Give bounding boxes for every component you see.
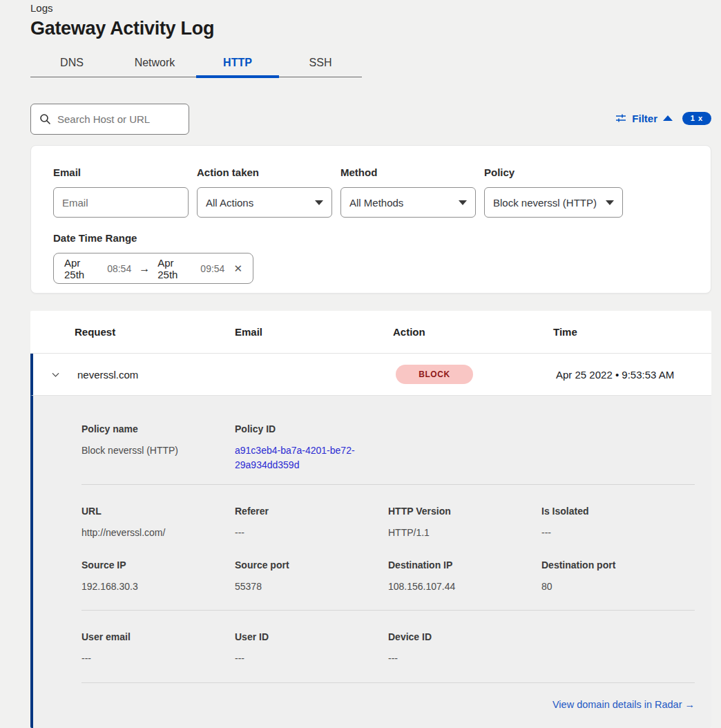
user-email-value: ---	[81, 651, 235, 666]
chevron-down-icon	[315, 200, 323, 205]
method-value: All Methods	[349, 197, 403, 209]
row-time: Apr 25 2022 • 9:53:53 AM	[556, 369, 711, 381]
email-input[interactable]	[62, 197, 180, 209]
section-divider	[81, 484, 695, 485]
row-request: neverssl.com	[77, 369, 238, 381]
source-port-label: Source port	[235, 559, 388, 571]
destination-ip-value: 108.156.107.44	[388, 579, 541, 594]
referer-label: Referer	[235, 506, 388, 517]
filter-count-badge[interactable]: 1 x	[682, 112, 711, 125]
action-block-badge: BLOCK	[396, 365, 473, 384]
user-email-label: User email	[81, 631, 235, 642]
filter-toggle[interactable]: Filter 1 x	[615, 110, 711, 126]
header-action: Action	[393, 326, 553, 338]
destination-port-field: Destination port 80	[541, 559, 695, 594]
destination-port-label: Destination port	[541, 559, 695, 571]
action-taken-label: Action taken	[197, 166, 332, 178]
source-port-value: 55378	[235, 579, 388, 594]
source-ip-label: Source IP	[81, 559, 235, 571]
user-id-value: ---	[235, 651, 388, 666]
email-label: Email	[53, 166, 189, 178]
activity-log-table: Request Email Action Time neverssl.com B…	[30, 311, 711, 728]
user-id-label: User ID	[235, 631, 388, 642]
source-port-field: Source port 55378	[235, 559, 388, 594]
start-date: Apr 25th	[64, 257, 99, 280]
row-expand-chevron-icon[interactable]	[33, 370, 77, 380]
end-date: Apr 25th	[157, 257, 193, 280]
http-version-field: HTTP Version HTTP/1.1	[388, 506, 541, 540]
policy-id-link[interactable]: a91c3eb4-ba7a-4201-be72-29a934dd359d	[235, 443, 369, 472]
http-version-label: HTTP Version	[388, 506, 541, 517]
table-header-row: Request Email Action Time	[30, 311, 711, 354]
breadcrumb-logs[interactable]: Logs	[30, 2, 53, 14]
device-id-field: Device ID ---	[388, 631, 541, 666]
user-id-field: User ID ---	[235, 631, 388, 666]
http-version-value: HTTP/1.1	[388, 526, 541, 540]
is-isolated-value: ---	[541, 526, 695, 540]
policy-select[interactable]: Block neverssl (HTTP)	[484, 187, 623, 218]
chevron-down-icon	[459, 200, 467, 205]
policy-name-label: Policy name	[81, 423, 235, 434]
date-range-filter: Date Time Range Apr 25th 08:54 → Apr 25t…	[53, 232, 689, 284]
policy-filter: Policy Block neverssl (HTTP)	[484, 166, 623, 218]
policy-value: Block neverssl (HTTP)	[493, 197, 597, 209]
header-time: Time	[553, 326, 711, 338]
policy-name-value: Block neverssl (HTTP)	[81, 443, 235, 458]
search-icon	[39, 113, 51, 125]
method-label: Method	[340, 166, 476, 178]
device-id-label: Device ID	[388, 631, 541, 642]
row-details-panel: Policy name Block neverssl (HTTP) Policy…	[30, 396, 711, 728]
header-request: Request	[75, 326, 235, 338]
source-ip-value: 192.168.30.3	[81, 579, 235, 594]
policy-name-field: Policy name Block neverssl (HTTP)	[81, 423, 235, 472]
page-title: Gateway Activity Log	[30, 18, 214, 39]
action-taken-filter: Action taken All Actions	[197, 166, 332, 218]
referer-field: Referer ---	[235, 506, 388, 540]
tab-bar: DNS Network HTTP SSH	[30, 51, 362, 77]
action-taken-select[interactable]: All Actions	[197, 187, 332, 218]
date-range-label: Date Time Range	[53, 232, 689, 244]
search-box[interactable]	[30, 104, 189, 135]
destination-ip-label: Destination IP	[388, 559, 541, 571]
collapse-caret-icon	[663, 115, 673, 121]
date-range-picker[interactable]: Apr 25th 08:54 → Apr 25th 09:54 ✕	[53, 253, 253, 284]
table-row[interactable]: neverssl.com BLOCK Apr 25 2022 • 9:53:53…	[30, 354, 711, 396]
header-email: Email	[235, 326, 393, 338]
source-ip-field: Source IP 192.168.30.3	[81, 559, 235, 594]
url-label: URL	[81, 506, 235, 517]
tab-ssh[interactable]: SSH	[279, 51, 362, 77]
active-tab-indicator	[196, 75, 279, 78]
device-id-value: ---	[388, 651, 541, 666]
section-divider	[81, 682, 695, 683]
clear-date-range-icon[interactable]: ✕	[233, 262, 242, 275]
user-email-field: User email ---	[81, 631, 235, 666]
end-time: 09:54	[200, 263, 224, 274]
chevron-down-icon	[606, 200, 614, 205]
radar-link[interactable]: View domain details in Radar →	[552, 699, 695, 710]
destination-port-value: 80	[541, 579, 695, 594]
email-field[interactable]	[53, 187, 189, 218]
tab-network[interactable]: Network	[113, 51, 196, 77]
action-taken-value: All Actions	[206, 197, 253, 209]
method-filter: Method All Methods	[340, 166, 476, 218]
filter-panel: Email Action taken All Actions Method Al…	[30, 145, 711, 294]
range-arrow-icon: →	[139, 262, 150, 275]
policy-id-label: Policy ID	[235, 423, 388, 434]
policy-label: Policy	[484, 166, 623, 178]
destination-ip-field: Destination IP 108.156.107.44	[388, 559, 541, 594]
tab-http[interactable]: HTTP	[196, 51, 279, 77]
method-select[interactable]: All Methods	[340, 187, 476, 218]
is-isolated-field: Is Isolated ---	[541, 506, 695, 540]
email-filter: Email	[53, 166, 189, 218]
is-isolated-label: Is Isolated	[541, 506, 695, 517]
url-value: http://neverssl.com/	[81, 526, 235, 540]
tab-dns[interactable]: DNS	[30, 51, 113, 77]
section-divider	[81, 610, 695, 611]
start-time: 08:54	[107, 263, 131, 274]
search-input[interactable]	[57, 113, 195, 125]
policy-id-field: Policy ID a91c3eb4-ba7a-4201-be72-29a934…	[235, 423, 388, 472]
filter-label: Filter	[632, 113, 657, 124]
url-field: URL http://neverssl.com/	[81, 506, 235, 540]
referer-value: ---	[235, 526, 388, 540]
filter-icon	[615, 113, 626, 124]
